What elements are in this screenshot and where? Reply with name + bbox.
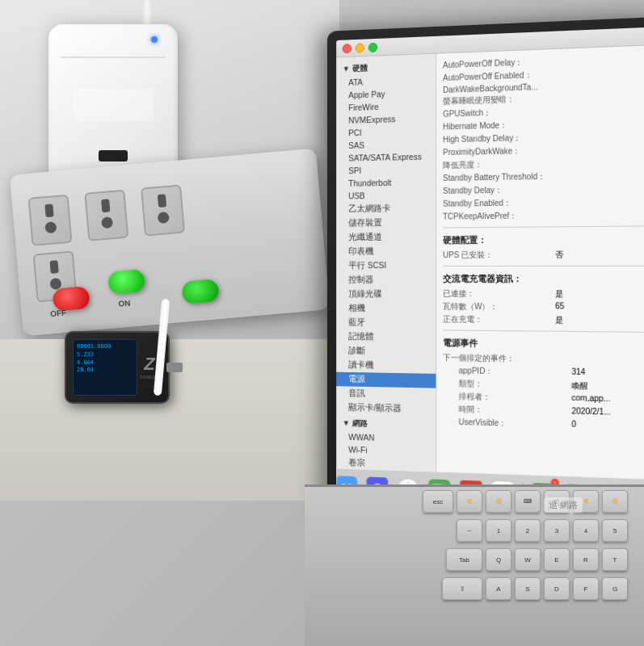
sidebar-item-scsi[interactable]: 平行 SCSI	[336, 258, 436, 273]
sidebar-item-diagnostics[interactable]: 診斷	[336, 344, 436, 359]
key-q[interactable]: Q	[486, 548, 511, 571]
usb-connector	[166, 363, 183, 372]
key-f1[interactable]: 🔅	[457, 490, 482, 513]
sidebar-item-fiber[interactable]: 光纖通道	[336, 230, 436, 245]
sidebar-item-optical[interactable]: 頂綠光碟	[336, 287, 436, 302]
power-strip-background: OFF ON 00001.0000 5.233 4.664 20.04 Z PO…	[0, 0, 339, 501]
divider-2	[443, 266, 644, 266]
charging-value: 是	[555, 315, 563, 326]
sidebar-item-bluetooth[interactable]: 藍牙	[336, 316, 436, 331]
key-tilde[interactable]: ~	[457, 519, 482, 542]
sidebar-item-thunderbolt[interactable]: Thunderbolt	[336, 175, 436, 190]
sidebar-item-camera[interactable]: 相機	[336, 301, 436, 316]
outlet-1	[28, 195, 73, 246]
laptop-screen: ▼ 硬體 ATA Apple Pay FireWire NVMExpress P…	[336, 27, 644, 522]
sidebar-item-memory[interactable]: 記憶體	[336, 329, 436, 345]
key-d[interactable]: D	[544, 577, 570, 600]
watts-value: 65	[555, 301, 564, 313]
setting-label: TCPKeepAlivePref：	[443, 210, 555, 222]
setting-label: ProximityDarkWake：	[443, 145, 555, 158]
setting-label: Hibernate Mode：	[443, 119, 555, 133]
next-event-label: 下一個排定的事件：	[443, 352, 555, 365]
setting-label: Standby Battery Threshold：	[443, 171, 555, 184]
key-t[interactable]: T	[602, 548, 628, 571]
power-meter-z-logo: Z	[144, 354, 154, 375]
key-e[interactable]: E	[544, 548, 570, 571]
key-esc[interactable]: esc	[423, 490, 453, 513]
scheduler-label: 排程者：	[459, 391, 572, 405]
outlet-2	[84, 190, 128, 241]
scheduler-value: com.app...	[571, 393, 610, 405]
key-a[interactable]: A	[486, 577, 511, 600]
charger-label-area	[73, 89, 154, 121]
key-g[interactable]: G	[602, 577, 628, 600]
switch-green-1[interactable]	[107, 269, 145, 295]
sidebar-item-printer[interactable]: 印表機	[336, 244, 436, 258]
high-standby-delay-label: High Standby Delay：	[443, 132, 555, 145]
connected-row: 已連接： 是	[443, 288, 644, 300]
next-event-label-row: 下一個排定的事件：	[443, 352, 644, 367]
key-s[interactable]: S	[515, 577, 541, 600]
key-f[interactable]: F	[573, 577, 599, 600]
type-value: 喚醒	[571, 380, 587, 392]
label-off: OFF	[50, 308, 67, 318]
sidebar-item-storage[interactable]: 儲存裝置	[336, 216, 436, 231]
key-tab[interactable]: Tab	[446, 548, 482, 571]
setting-label: GPUSwitch：	[443, 106, 555, 120]
power-meter-reading: 00001.0000 5.233 4.664 20.04	[77, 343, 111, 375]
apppid-label: appPID：	[459, 365, 572, 378]
setting-brightness: 降低亮度：	[443, 156, 644, 171]
keyboard-row-4: ⇪ A S D F G	[305, 574, 644, 605]
maximize-button[interactable]	[368, 42, 377, 52]
label-on: ON	[118, 299, 131, 308]
watermark: 巡·網路	[482, 484, 644, 525]
divider-1	[443, 225, 644, 228]
switch-red[interactable]	[52, 286, 90, 312]
apppid-row: appPID： 314	[459, 365, 644, 380]
connected-value: 是	[555, 288, 563, 300]
uservisible-value: 0	[571, 419, 576, 430]
hardware-config-title: 硬體配置：	[443, 233, 644, 247]
setting-label: Standby Enabled：	[443, 197, 555, 210]
ups-label: UPS 已安裝：	[443, 250, 555, 261]
sidebar-item-usb[interactable]: USB	[336, 188, 436, 202]
keyboard-row-3: Tab Q W E R T	[305, 545, 644, 574]
detail-panel: AutoPowerOff Delay： AutoPowerOff Enabled…	[436, 45, 644, 498]
laptop-body: ▼ 硬體 ATA Apple Pay FireWire NVMExpress P…	[327, 17, 644, 533]
charging-label: 正在充電：	[443, 314, 555, 326]
divider-3	[443, 329, 644, 332]
apppid-value: 314	[571, 367, 585, 380]
power-strip: OFF ON	[10, 149, 330, 336]
event-details: appPID： 314 類型： 喚醒 排程者： com.app... 時間：	[443, 365, 644, 433]
time-label: 時間：	[459, 404, 572, 417]
watermark-text: 巡·網路	[544, 497, 583, 513]
key-caps[interactable]: ⇪	[442, 577, 482, 600]
charger-led	[151, 36, 158, 43]
sidebar-item-ethernet[interactable]: 乙太網路卡	[336, 201, 436, 216]
switch-green-2[interactable]	[181, 279, 219, 304]
type-label: 類型：	[459, 378, 572, 392]
close-button[interactable]	[343, 44, 351, 53]
power-events-title: 電源事件	[443, 337, 644, 351]
watts-label: 瓦特數（W）：	[443, 301, 555, 313]
key-w[interactable]: W	[515, 548, 541, 571]
setting-standby-delay: Standby Delay：	[443, 182, 644, 197]
ups-value: 否	[555, 250, 563, 261]
sidebar-item-controller[interactable]: 控制器	[336, 273, 436, 287]
minimize-button[interactable]	[356, 43, 364, 52]
setting-tcpkeepalive: TCPKeepAlivePref：	[443, 209, 644, 223]
watts-row: 瓦特數（W）： 65	[443, 301, 644, 314]
sidebar-item-cardreader[interactable]: 讀卡機	[336, 358, 436, 374]
settings-list: AutoPowerOff Delay： AutoPowerOff Enabled…	[443, 52, 644, 223]
charger-section-title: 交流電充電器資訊：	[443, 273, 644, 285]
usb-port	[99, 150, 128, 162]
uservisible-label: UserVisible：	[459, 417, 572, 431]
setting-label: 螢幕睡眠使用變暗：	[443, 92, 555, 107]
ups-row: UPS 已安裝： 否	[443, 249, 644, 261]
setting-standby-battery: Standby Battery Threshold：	[443, 170, 644, 184]
charger-line	[61, 57, 166, 58]
time-value: 2020/2/1...	[571, 406, 610, 418]
sidebar: ▼ 硬體 ATA Apple Pay FireWire NVMExpress P…	[336, 54, 436, 491]
macos-window: ▼ 硬體 ATA Apple Pay FireWire NVMExpress P…	[336, 27, 644, 522]
key-r[interactable]: R	[573, 548, 599, 571]
